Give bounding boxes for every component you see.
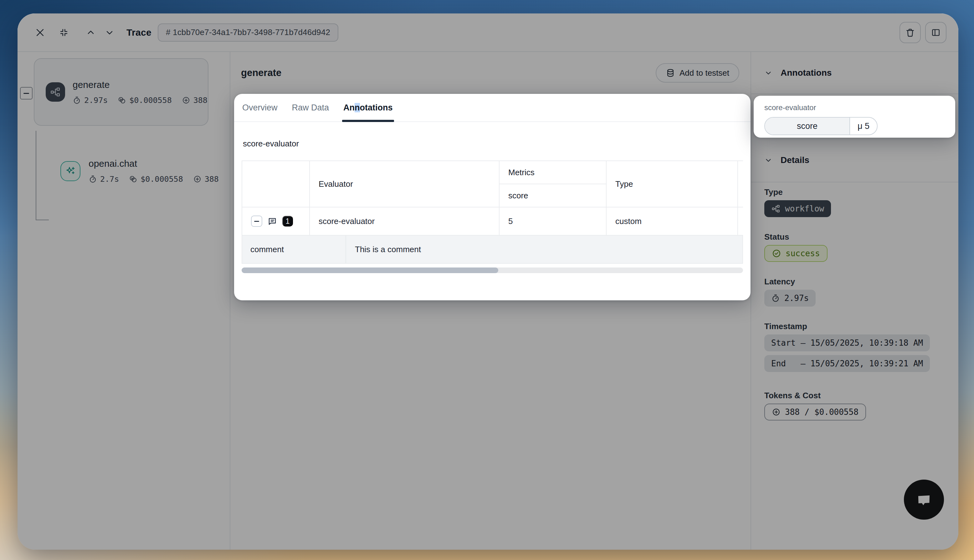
- remove-annotation-button[interactable]: [251, 215, 262, 227]
- table-header-metrics: Metrics: [499, 161, 606, 184]
- annotation-evaluator-label: score-evaluator: [764, 103, 945, 112]
- annotation-score-popup: score-evaluator score μ 5: [754, 96, 955, 138]
- trace-topbar: Trace # 1cbb70e7-34a1-7bb7-3498-771b7d46…: [18, 13, 958, 52]
- tab-raw-data[interactable]: Raw Data: [292, 94, 329, 122]
- add-to-testset-button[interactable]: Add to testset: [656, 63, 739, 83]
- span-stats: 2.97s $0.000558 388: [73, 96, 207, 105]
- chevron-down-icon: [764, 69, 772, 77]
- span-latency: 2.97s: [84, 96, 108, 105]
- workflow-icon: [771, 204, 781, 213]
- table-header-type: Type: [606, 161, 738, 207]
- span-tree: generate 2.97s $0.000558 388: [18, 52, 230, 550]
- span-name: openai.chat: [88, 158, 219, 169]
- chevron-down-icon: [105, 28, 115, 38]
- span-name: generate: [73, 80, 207, 90]
- status-value: success: [786, 249, 820, 258]
- timer-icon: [73, 96, 81, 105]
- cell-type: custom: [606, 207, 738, 235]
- add-to-testset-label: Add to testset: [679, 68, 729, 78]
- status-badge: success: [764, 245, 827, 262]
- speech-bubble-icon: [914, 490, 934, 509]
- table-header-evaluator: Evaluator: [310, 161, 499, 207]
- table-row: 1 score-evaluator 5 custom: [242, 207, 743, 235]
- annotations-card: Overview Raw Data Annotations score-eval…: [234, 94, 751, 300]
- span-cost: $0.000558: [140, 175, 183, 183]
- timer-icon: [88, 175, 97, 183]
- workflow-icon: [46, 82, 65, 102]
- type-value: workflow: [785, 204, 824, 213]
- scrollbar-thumb[interactable]: [242, 267, 498, 273]
- delete-trace-button[interactable]: [899, 22, 921, 43]
- latency-value: 2.97s: [784, 293, 809, 303]
- table-header-actions: [242, 161, 310, 207]
- close-button[interactable]: [31, 24, 49, 41]
- tokens-plus-icon: [182, 96, 190, 105]
- score-metric-control[interactable]: score μ 5: [764, 117, 877, 135]
- coins-icon: [118, 96, 126, 105]
- timestamp-label: Timestamp: [764, 322, 946, 331]
- tree-node-generate[interactable]: generate 2.97s $0.000558 388: [34, 58, 208, 126]
- latency-badge: 2.97s: [764, 290, 816, 307]
- cell-score: 5: [499, 207, 606, 235]
- table-subheader-score: score: [499, 184, 606, 207]
- comment-row: comment This is a comment: [242, 235, 743, 264]
- trash-icon: [905, 28, 915, 38]
- comment-count-badge[interactable]: 1: [282, 216, 293, 227]
- tokens-cost-badge: 388 / $0.000558: [764, 403, 866, 420]
- timestamp-start-badge: Start — 15/05/2025, 10:39:18 AM: [764, 335, 930, 351]
- span-title: generate: [241, 67, 281, 78]
- details-sidebar: Annotations score-evaluator score μ 5 De…: [751, 52, 958, 550]
- tokens-plus-icon: [193, 175, 202, 183]
- tokens-cost-value: 388 / $0.000558: [785, 407, 859, 417]
- prev-span-button[interactable]: [82, 24, 100, 41]
- coins-icon: [129, 175, 137, 183]
- next-span-button[interactable]: [101, 24, 118, 41]
- timestamp-end-badge: End — 15/05/2025, 10:39:21 AM: [764, 355, 930, 372]
- trace-drawer: Trace # 1cbb70e7-34a1-7bb7-3498-771b7d46…: [18, 13, 958, 550]
- chevron-down-icon: [764, 156, 772, 164]
- toggle-sidebar-button[interactable]: [925, 22, 946, 43]
- annotations-section-header[interactable]: Annotations: [751, 52, 958, 94]
- text-selection-highlight: n: [355, 103, 360, 112]
- support-chat-button[interactable]: [904, 480, 944, 520]
- table-header-filler: [738, 161, 743, 207]
- span-stats: 2.7s $0.000558 388: [88, 175, 219, 183]
- active-tab-underline: [342, 120, 394, 122]
- main-panel: generate Add to testset Overview Raw Dat…: [230, 52, 751, 550]
- tree-node-openai-chat[interactable]: openai.chat 2.7s $0.000558 388: [60, 158, 219, 183]
- page-title: Trace: [127, 27, 152, 38]
- evaluator-section-heading: score-evaluator: [243, 139, 743, 148]
- comment-label: comment: [242, 235, 346, 263]
- tab-bar: Overview Raw Data Annotations: [234, 94, 751, 122]
- database-icon: [666, 68, 675, 78]
- cell-filler: [738, 207, 743, 235]
- cell-evaluator: score-evaluator: [310, 207, 499, 235]
- annotations-table: Evaluator Metrics Type score: [242, 160, 743, 273]
- metric-name-segment[interactable]: score: [765, 118, 850, 135]
- chevron-up-icon: [86, 28, 96, 38]
- collapse-button[interactable]: [55, 24, 73, 41]
- comment-icon[interactable]: [267, 216, 277, 226]
- trace-id-chip[interactable]: # 1cbb70e7-34a1-7bb7-3498-771b7d46d942: [158, 23, 339, 42]
- span-cost: $0.000558: [129, 96, 172, 105]
- span-tokens: 388: [193, 96, 207, 105]
- arrows-pointing-in-icon: [59, 28, 69, 38]
- details-section-label: Details: [781, 155, 809, 165]
- span-tokens: 388: [205, 175, 219, 183]
- tree-collapse-toggle[interactable]: [20, 87, 33, 100]
- comment-value: This is a comment: [346, 235, 742, 263]
- tree-connector-line: [36, 131, 49, 220]
- plus-circle-icon: [772, 408, 781, 417]
- close-icon: [35, 27, 45, 38]
- annotations-section-label: Annotations: [781, 68, 832, 78]
- type-label: Type: [764, 187, 946, 197]
- tab-annotations[interactable]: Annotations: [344, 94, 393, 122]
- tab-overview[interactable]: Overview: [242, 94, 278, 122]
- timer-icon: [771, 294, 780, 303]
- horizontal-scrollbar[interactable]: [242, 267, 743, 273]
- span-latency: 2.7s: [100, 175, 119, 183]
- metric-mean-segment[interactable]: μ 5: [850, 118, 877, 135]
- latency-label: Latency: [764, 277, 946, 287]
- status-label: Status: [764, 232, 946, 242]
- details-section-header[interactable]: Details: [751, 138, 958, 182]
